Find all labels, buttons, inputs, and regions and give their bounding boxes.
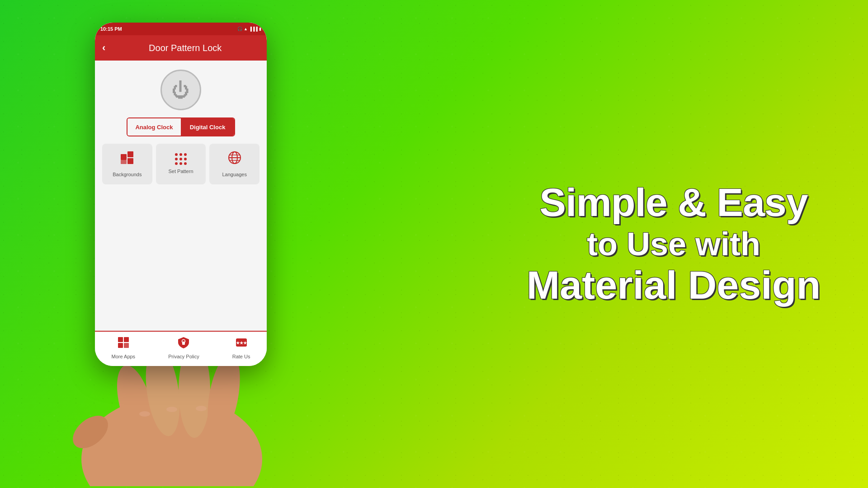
svg-point-18 [110,361,161,448]
battery-icon: ▮ [259,27,261,31]
rate-us-icon: ★★★ [235,336,248,352]
svg-point-25 [196,406,207,411]
app-content: ⏻ Analog Clock Digital Clock [95,61,267,331]
tagline-line3: Material Design [515,263,832,307]
privacy-policy-icon [177,336,190,352]
set-pattern-label: Set Pattern [168,169,193,174]
digital-clock-button[interactable]: Digital Clock [181,118,234,136]
tagline-line1: Simple & Easy [515,181,832,225]
power-icon: ⏻ [172,81,190,99]
wifi-icon: ▲ [244,27,248,31]
app-header: ‹ Door Pattern Lock [95,35,267,61]
backgrounds-icon [120,150,134,168]
more-apps-label: More Apps [112,354,136,360]
phone-screen: 10:15 PM 🎧 ▲ ▐▐▐ ▮ ‹ Door Pattern Lock ⏻ [95,23,267,366]
more-apps-icon [117,336,130,352]
svg-point-17 [81,396,262,486]
grid-buttons: Backgrounds Set Pattern [102,144,259,184]
svg-rect-3 [121,160,127,164]
signal-icon: ▐▐▐ [249,27,258,31]
svg-rect-1 [127,151,133,157]
privacy-policy-nav-item[interactable]: Privacy Policy [168,336,199,360]
app-title: Door Pattern Lock [111,43,259,53]
bottom-nav: More Apps Privacy Policy [95,331,267,366]
phone-device: 10:15 PM 🎧 ▲ ▐▐▐ ▮ ‹ Door Pattern Lock ⏻ [95,23,267,366]
backgrounds-label: Backgrounds [113,172,142,178]
backgrounds-button[interactable]: Backgrounds [102,144,152,184]
set-pattern-button[interactable]: Set Pattern [156,144,206,184]
languages-label: Languages [222,172,246,178]
status-icons: 🎧 ▲ ▐▐▐ ▮ [237,27,261,31]
svg-text:★★★: ★★★ [236,341,247,345]
svg-rect-11 [118,343,123,348]
phone-wrapper: 10:15 PM 🎧 ▲ ▐▐▐ ▮ ‹ Door Pattern Lock ⏻ [72,9,298,479]
languages-button[interactable]: Languages [209,144,259,184]
svg-point-22 [67,409,114,455]
analog-clock-button[interactable]: Analog Clock [127,118,181,136]
svg-point-23 [139,411,150,417]
headphone-icon: 🎧 [237,27,242,31]
languages-icon [227,150,242,168]
privacy-policy-label: Privacy Policy [168,354,199,360]
svg-point-24 [166,407,177,412]
set-pattern-icon [175,153,187,165]
svg-rect-12 [124,343,129,348]
tagline-container: Simple & Easy to Use with Material Desig… [515,181,832,307]
svg-rect-0 [121,154,127,160]
clock-toggle: Analog Clock Digital Clock [127,117,235,136]
power-button[interactable]: ⏻ [160,70,201,110]
back-button[interactable]: ‹ [102,42,105,54]
status-bar: 10:15 PM 🎧 ▲ ▐▐▐ ▮ [95,23,267,35]
rate-us-nav-item[interactable]: ★★★ Rate Us [232,336,250,360]
svg-rect-2 [127,158,133,164]
rate-us-label: Rate Us [232,354,250,360]
tagline-line2: to Use with [515,225,832,263]
status-time: 10:15 PM [100,26,122,32]
more-apps-nav-item[interactable]: More Apps [112,336,136,360]
svg-rect-10 [124,337,129,342]
svg-rect-9 [118,337,123,342]
